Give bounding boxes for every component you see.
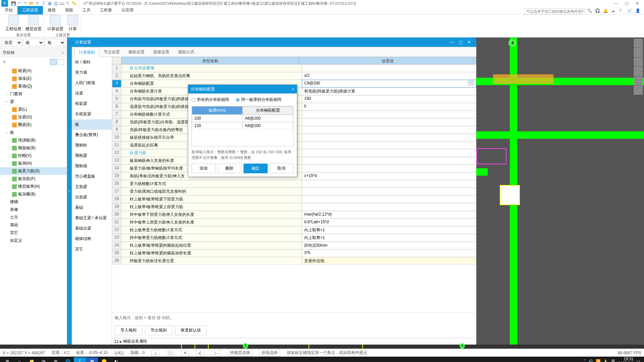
tree-item[interactable]: 现浇板(B) [0, 136, 67, 144]
search-input[interactable] [525, 8, 585, 14]
grid-view-button[interactable] [57, 59, 64, 65]
wand-icon[interactable]: ✦ [3, 60, 6, 64]
category-item[interactable]: 板 [72, 119, 112, 130]
timeline[interactable]: 3 4 [0, 345, 644, 349]
refresh-icon[interactable]: ↻ [35, 1, 40, 6]
rule-row[interactable]: 24柱上板带/板带暗梁的箍筋起始位置距柱边50mm [112, 242, 476, 249]
rule-row[interactable]: 22柱上板带受力筋根数计算方式向上取整+1 [112, 226, 476, 234]
add-button[interactable]: 添加 [192, 164, 216, 173]
cad-button[interactable]: ▦ [86, 357, 98, 362]
offset-button[interactable]: ⊥₊ [211, 350, 221, 356]
edit-icon[interactable]: ✎ [65, 1, 70, 6]
rule-row[interactable]: 1⊟ 公共设置项 [112, 64, 476, 72]
tree-item[interactable]: 其它 [0, 229, 67, 237]
cell-thickness[interactable]: 120 [192, 122, 243, 129]
snap-button[interactable]: ⊥ [151, 350, 159, 356]
tab-stirrup-settings[interactable]: 箍筋设置 [124, 47, 149, 57]
tab-modeling[interactable]: 建模 [43, 6, 60, 14]
mail-button[interactable]: ✉ [50, 357, 62, 362]
ruler-icon[interactable]: 📏 [71, 1, 76, 6]
category-item[interactable]: 连梁 [72, 88, 112, 99]
sum-icon[interactable]: Σ [41, 1, 46, 6]
polyline-button[interactable]: 折线选择 [259, 349, 280, 357]
rule-row[interactable]: 19柱上板带/板带暗梁上部受力筋 [112, 203, 476, 211]
category-item[interactable]: 柱 / 墙柱 [72, 57, 112, 67]
category-item[interactable]: 叠合板(整厚) [72, 130, 112, 140]
cloud-icon[interactable]: ☁ [611, 8, 617, 14]
nav-close-icon[interactable]: × [62, 51, 64, 55]
tree-item[interactable]: −门窗洞 [0, 90, 67, 98]
tree-item[interactable]: 柱帽(V) [0, 152, 67, 160]
rule-row[interactable]: 2起始受力钢筋、负筋距支座边距离s/2 [112, 72, 476, 80]
attr-expand-icon[interactable]: ▸ [120, 339, 122, 344]
import-rules-button[interactable]: 导入规则 [115, 325, 142, 335]
export-rules-button[interactable]: 导出规则 [145, 325, 172, 335]
cortana-button[interactable]: ○ [13, 357, 25, 362]
explorer-button[interactable]: 📁 [25, 357, 38, 362]
th-config[interactable]: 分布钢筋配置 [243, 106, 293, 115]
cart-icon[interactable]: 🛒 [627, 8, 633, 14]
grid-button[interactable]: ▢ [166, 350, 174, 356]
notifications-icon[interactable]: ▭ [636, 359, 640, 362]
tree-item[interactable]: 圈梁(E) [0, 121, 67, 129]
tab-start[interactable]: 开始 [0, 6, 17, 14]
cancel-button[interactable]: 取消 [270, 164, 294, 173]
timeline-marker[interactable]: 3 [243, 343, 248, 349]
vp-tool-5[interactable] [634, 76, 643, 85]
angle-button[interactable]: ∠ [196, 350, 204, 356]
table-row[interactable]: 120 A8@200 [192, 122, 293, 129]
tab-cloud[interactable]: 云应用 [117, 6, 138, 14]
tab-lap-settings[interactable]: 搭接设置 [149, 47, 174, 57]
rule-row[interactable]: 21跨中板带上部受力筋伸入支座的长度0.6*Lab+15*d [112, 219, 476, 226]
list-view-button[interactable] [50, 59, 57, 65]
collapse-button[interactable]: ‹ [67, 38, 72, 345]
category-item[interactable]: 其它 [72, 244, 112, 254]
category-item[interactable]: 人防门框墙 [72, 78, 112, 88]
type-select[interactable]: 板 [23, 39, 44, 46]
vp-tool-3[interactable] [634, 58, 643, 66]
cell-config[interactable]: A6@200 [243, 115, 293, 122]
panel-close-icon[interactable]: ✕ [466, 39, 473, 45]
floor-settings-button[interactable]: 楼层设置 [25, 15, 42, 32]
category-item[interactable]: 空心楼盖板 [72, 171, 112, 182]
panel-maximize-icon[interactable]: ▢ [457, 39, 464, 45]
tree-item[interactable]: 基础 [0, 221, 67, 229]
tree-item[interactable]: 连梁(G) [0, 113, 67, 121]
category-item[interactable]: 非框架梁 [72, 109, 112, 119]
qq-icon[interactable]: 🐧 [603, 359, 608, 362]
category-item[interactable]: 预制柱 [72, 140, 112, 150]
app3-button[interactable]: ◐ [110, 357, 122, 362]
book-icon[interactable]: 📖 [59, 1, 64, 6]
table-icon[interactable]: ▦ [47, 1, 52, 6]
panel-minimize-icon[interactable]: — [448, 39, 455, 45]
cross-layer-button[interactable]: 跨图层选择 [228, 349, 253, 357]
category-item[interactable]: 预制墙 [72, 161, 112, 171]
tree-item[interactable]: 楼梯 [0, 198, 67, 206]
store-button[interactable]: 🛍 [38, 357, 50, 362]
app2-button[interactable]: 🟡 [98, 357, 110, 362]
tab-view[interactable]: 视图 [60, 6, 78, 14]
tab-quantity[interactable]: 工程量 [95, 6, 117, 14]
tree-item[interactable]: 螺旋板(B) [0, 144, 67, 152]
tab-calc-rules[interactable]: 计算规则 [74, 48, 99, 57]
tree-item[interactable]: 板洞(N) [0, 160, 67, 167]
bell-icon[interactable]: 🔔 [603, 8, 609, 14]
vp-tool-4[interactable] [634, 67, 643, 76]
user-icon[interactable]: 👤 [635, 8, 641, 14]
tab-tools[interactable]: 工具 [78, 6, 95, 14]
start-button[interactable]: ⊞ [1, 357, 13, 362]
cell-config[interactable]: A8@200 [243, 122, 293, 129]
category-item[interactable]: 砌体结构 [72, 234, 112, 244]
delete-button[interactable]: 删除 [218, 164, 242, 173]
rule-row[interactable]: 23跨中板带受力筋根数计算方式向上取整+1 [112, 234, 476, 242]
network-icon[interactable]: 📶 [596, 359, 601, 362]
tree-item[interactable]: 板加腋(B) [0, 190, 67, 198]
headset-icon[interactable]: 🎧 [595, 8, 601, 14]
app-taskbar-button[interactable]: T [74, 357, 86, 362]
rule-row[interactable]: 20跨中板带下部受力筋伸入支座的长度max(ha/2,12*d) [112, 211, 476, 219]
rule-row[interactable]: 25柱上板带/板带暗梁的箍筋加密长度3*h [112, 249, 476, 257]
maximize-button[interactable]: ▢ [623, 1, 631, 6]
grid-icon[interactable]: ▤ [53, 1, 58, 6]
tray-up-icon[interactable]: ˄ [583, 359, 585, 362]
minimize-button[interactable]: — [612, 1, 620, 6]
